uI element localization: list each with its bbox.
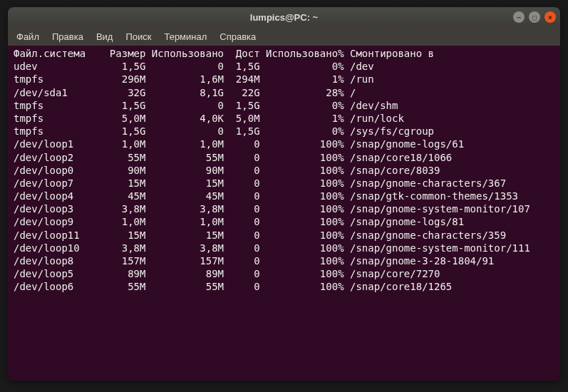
output-line: tmpfs 1,5G 0 1,5G 0% /sys/fs/cgroup bbox=[14, 125, 554, 138]
menu-edit[interactable]: Правка bbox=[46, 29, 89, 44]
window-title: lumpics@PC: ~ bbox=[250, 12, 318, 23]
output-line: /dev/loop0 90M 90M 0 100% /snap/core/803… bbox=[14, 164, 554, 177]
menu-view[interactable]: Вид bbox=[91, 29, 119, 44]
output-line: /dev/loop11 15M 15M 0 100% /snap/gnome-c… bbox=[14, 229, 554, 242]
output-line: /dev/loop6 55M 55M 0 100% /snap/core18/1… bbox=[14, 280, 554, 293]
output-line: /dev/loop5 89M 89M 0 100% /snap/core/727… bbox=[14, 267, 554, 280]
output-line: /dev/loop2 55M 55M 0 100% /snap/core18/1… bbox=[14, 151, 554, 164]
minimize-icon: − bbox=[517, 14, 521, 21]
output-line: /dev/loop3 3,8M 3,8M 0 100% /snap/gnome-… bbox=[14, 202, 554, 215]
terminal-window: lumpics@PC: ~ − □ × Файл Правка Вид Поис… bbox=[8, 7, 560, 381]
close-icon: × bbox=[548, 14, 552, 21]
output-line: /dev/loop4 45M 45M 0 100% /snap/gtk-comm… bbox=[14, 190, 554, 202]
output-line: udev 1,5G 0 1,5G 0% /dev bbox=[14, 60, 554, 73]
titlebar: lumpics@PC: ~ − □ × bbox=[8, 7, 560, 27]
output-line: tmpfs 1,5G 0 1,5G 0% /dev/shm bbox=[14, 99, 554, 112]
menu-search[interactable]: Поиск bbox=[120, 29, 157, 44]
output-line: Файл.система Размер Использовано Дост Ис… bbox=[14, 47, 554, 60]
output-line: /dev/loop8 157M 157M 0 100% /snap/gnome-… bbox=[14, 254, 554, 267]
close-button[interactable]: × bbox=[544, 11, 556, 23]
output-line: /dev/sda1 32G 8,1G 22G 28% / bbox=[14, 86, 554, 99]
menubar: Файл Правка Вид Поиск Терминал Справка bbox=[8, 27, 560, 46]
output-line: /dev/loop10 3,8M 3,8M 0 100% /snap/gnome… bbox=[14, 242, 554, 254]
terminal-output[interactable]: Файл.система Размер Использовано Дост Ис… bbox=[8, 46, 560, 381]
maximize-button[interactable]: □ bbox=[529, 11, 540, 23]
menu-help[interactable]: Справка bbox=[214, 29, 262, 44]
output-line: /dev/loop7 15M 15M 0 100% /snap/gnome-ch… bbox=[14, 177, 554, 190]
output-line: tmpfs 296M 1,6M 294M 1% /run bbox=[14, 73, 554, 86]
menu-terminal[interactable]: Терминал bbox=[158, 29, 212, 44]
window-controls: − □ × bbox=[513, 11, 556, 23]
menu-file[interactable]: Файл bbox=[11, 29, 45, 44]
minimize-button[interactable]: − bbox=[513, 11, 525, 23]
maximize-icon: □ bbox=[532, 14, 537, 21]
output-line: tmpfs 5,0M 4,0K 5,0M 1% /run/lock bbox=[14, 112, 554, 125]
output-line: /dev/loop9 1,0M 1,0M 0 100% /snap/gnome-… bbox=[14, 215, 554, 228]
output-line: /dev/loop1 1,0M 1,0M 0 100% /snap/gnome-… bbox=[14, 138, 554, 150]
